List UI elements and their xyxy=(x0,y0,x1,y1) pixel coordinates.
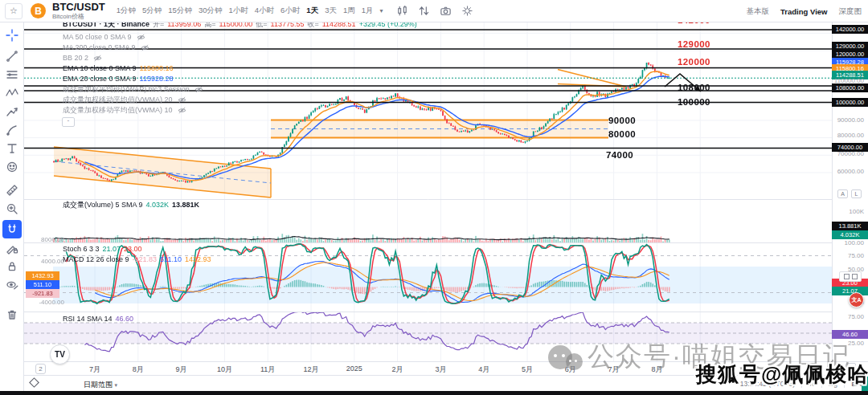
time-axis-label: 7月 xyxy=(89,364,100,375)
legend-ema10-row[interactable]: EMA 10 close 0 SMA 9115800.16 xyxy=(63,63,173,73)
mini-square-icon xyxy=(844,274,850,279)
text-tool[interactable] xyxy=(2,139,22,157)
vwma10-label: 成交量加权移动平均值(VWMA) 10 xyxy=(63,105,173,115)
logo-diamond-icon[interactable] xyxy=(29,377,39,388)
time-axis[interactable]: 2 7月8月9月10月11月12月20252月3月4月5月6月7月8月9月 xyxy=(0,361,868,375)
symbol-title-block[interactable]: BTC/USDT Bitcoin价格 xyxy=(52,2,105,20)
price-level-label: 100000 xyxy=(678,97,710,107)
chart-type-icon[interactable] xyxy=(396,5,409,18)
macd-line-value: 511.10 xyxy=(160,255,182,264)
eye-off-icon[interactable] xyxy=(194,86,203,93)
drawing-lock-tool[interactable] xyxy=(2,238,22,257)
price-level-label: 80000 xyxy=(608,129,636,139)
timeframe-more-caret-icon[interactable]: ▾ xyxy=(380,7,383,14)
rsi-legend-row[interactable]: RSI 14 SMA 14 46.60 xyxy=(63,314,133,324)
price-scale-label: 100K xyxy=(849,208,864,215)
depth-chart-link[interactable]: 深度图 xyxy=(839,6,862,17)
date-range-button[interactable]: 日期范围 ▾ xyxy=(84,380,117,390)
time-axis-label: 11月 xyxy=(260,364,275,375)
divider xyxy=(821,380,822,388)
ruler-tool[interactable] xyxy=(2,181,22,199)
log-scale-toggle[interactable]: log xyxy=(829,380,837,388)
timeframe-1m[interactable]: 1分钟 xyxy=(117,6,136,16)
translate-fab-button[interactable]: 文A xyxy=(849,292,864,307)
timeframe-1d[interactable]: 1天 xyxy=(306,6,318,16)
time-axis-label: 7月 xyxy=(608,364,620,375)
price-axis[interactable]: 142000.00129000.00120000.00115928.281158… xyxy=(832,22,868,375)
price-scale-label: 25.00 xyxy=(848,340,864,347)
price-level-label: 129000 xyxy=(678,39,710,49)
volume-label: 成交量(Volume) 5 SMA 9 xyxy=(63,200,143,210)
eye-off-icon[interactable] xyxy=(178,96,186,104)
eye-off-icon[interactable] xyxy=(93,55,102,62)
percent-scale-button[interactable]: % xyxy=(809,380,815,388)
xabcd-pattern-tool[interactable] xyxy=(2,83,22,102)
stoch-k-value: 21.07 xyxy=(103,244,121,254)
emoji-tool[interactable] xyxy=(2,157,22,176)
trash-tool[interactable] xyxy=(2,305,22,324)
eye-off-icon[interactable] xyxy=(137,34,145,41)
brush-tool[interactable] xyxy=(2,120,22,139)
legend-vwma10-row[interactable]: 成交量加权移动平均值(VWMA) 10 xyxy=(63,105,186,115)
star-icon: ☆ xyxy=(10,6,18,16)
legend-collapse-button[interactable]: ˆ xyxy=(62,117,75,127)
timeframe-30m[interactable]: 30分钟 xyxy=(199,6,223,16)
volume-legend-row[interactable]: 成交量(Volume) 5 SMA 9 4.032K 13.881K xyxy=(63,200,199,210)
eye-off-icon[interactable] xyxy=(141,44,149,51)
settings-gear-icon[interactable] xyxy=(461,5,474,18)
eye-off-icon[interactable] xyxy=(178,107,186,114)
header-links: 基本版 Trading View 深度图 xyxy=(747,0,862,22)
timeframe-1mo[interactable]: 1月 xyxy=(362,6,374,16)
horizontal-lines-tool[interactable] xyxy=(2,65,22,83)
header: ☆ B BTC/USDT Bitcoin价格 1分钟 5分钟 15分钟 30分钟… xyxy=(0,0,868,22)
lock-tool[interactable] xyxy=(2,257,22,275)
crosshair-tool[interactable] xyxy=(2,26,22,44)
timeframe-15m[interactable]: 15分钟 xyxy=(168,6,192,16)
price-scale-badge: 142000.00 xyxy=(832,25,868,34)
ema10-value: 115800.16 xyxy=(140,63,174,73)
price-chart-canvas[interactable] xyxy=(0,0,868,395)
compare-icon[interactable] xyxy=(418,5,431,18)
timeframe-5m[interactable]: 5分钟 xyxy=(142,6,162,16)
timeframe-6h[interactable]: 6小时 xyxy=(280,6,300,16)
forecast-tool[interactable] xyxy=(2,102,22,120)
legend-bb-row[interactable]: BB 20 2 xyxy=(63,53,102,63)
volume-sma-value: 13.881K xyxy=(172,200,199,210)
magnet-tool[interactable] xyxy=(2,220,22,238)
legend-ma200-row[interactable]: MA 200 close 0 SMA 9 xyxy=(63,43,149,52)
price-scale-badge: 108000.00 xyxy=(832,83,868,92)
tradingview-logo[interactable]: TV xyxy=(50,344,70,364)
time-axis-label: 2025 xyxy=(346,364,362,373)
ma200-label: MA 200 close 0 SMA 9 xyxy=(63,43,136,52)
price-scale-label: 60000.00 xyxy=(837,168,864,175)
timeframe-1w[interactable]: 1周 xyxy=(343,6,355,16)
axis-status-group: 13:24:42 (UTC+8) % log 自动 xyxy=(740,379,865,389)
legend-ma50-row[interactable]: MA 50 close 0 SMA 9 xyxy=(63,32,145,42)
time-axis-label: 10月 xyxy=(217,364,232,375)
timeframe-1h[interactable]: 1小时 xyxy=(228,6,248,16)
timeframe-3d[interactable]: 3天 xyxy=(325,6,337,16)
log-scale-button[interactable]: L xyxy=(851,189,862,198)
ema20-value: 115928.28 xyxy=(140,74,174,83)
window-bottom-strip xyxy=(0,391,868,395)
trend-line-tool[interactable] xyxy=(2,47,22,65)
stoch-legend-row[interactable]: Stoch 6 3 3 21.07 23.00 xyxy=(63,244,142,254)
time-axis-label: 12月 xyxy=(303,364,318,375)
auto-scale-button[interactable]: A xyxy=(837,189,848,198)
legend-vwap-row[interactable]: 成交量加权平均价(VWAP) hlc3 Session xyxy=(63,84,203,94)
zoom-in-tool[interactable] xyxy=(2,199,22,218)
tradingview-link[interactable]: Trading View xyxy=(780,7,827,16)
legend-vwma20-row[interactable]: 成交量加权移动平均值(VWMA) 20 xyxy=(63,95,186,104)
pane-mini-buttons[interactable] xyxy=(839,271,862,282)
macd-scale-label: 8000.00 xyxy=(27,236,64,243)
axis-setting-button[interactable]: A xyxy=(845,363,856,372)
ma50-label: MA 50 close 0 SMA 9 xyxy=(63,32,132,42)
basic-version-link[interactable]: 基本版 xyxy=(747,6,770,17)
favorite-button[interactable]: ☆ xyxy=(5,3,23,19)
legend-ema20-row[interactable]: EMA 20 close 0 SMA 9115928.28 xyxy=(63,74,173,83)
hide-drawings-eye-tool[interactable] xyxy=(2,275,22,294)
macd-legend-row[interactable]: MACD 12 26 close 9 -921.83 511.10 1432.9… xyxy=(63,255,211,264)
camera-icon[interactable] xyxy=(440,5,452,18)
timeframe-4h[interactable]: 4小时 xyxy=(255,6,274,16)
price-scale-label: 90000.00 xyxy=(837,116,864,124)
